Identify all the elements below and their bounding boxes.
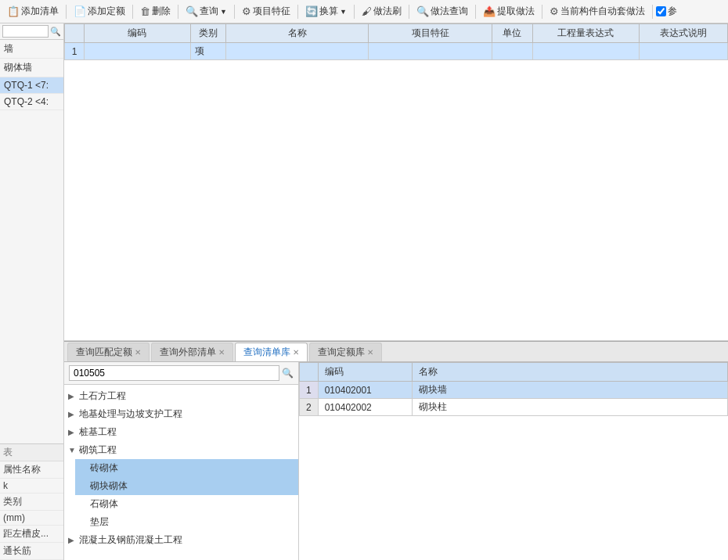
result-row-2[interactable]: 2 010402002 砌块柱 [300,399,728,416]
props-label-table: 表 [0,444,63,461]
method-query-button[interactable]: 🔍 做法查询 [413,3,472,20]
props-item-long-bar: 通长筋 [0,543,63,560]
tree-panel: 🔍 ▶ 土石方工程 ▶ 地基处理与边坡支护工程 [64,362,299,560]
result-panel: 编码 名称 1 [299,362,728,560]
tab-external-list-close[interactable]: ✕ [218,348,225,357]
sidebar-item-wall[interactable]: 墙 [0,40,63,59]
row-expl-1[interactable] [639,43,727,60]
expand-masonry-icon[interactable]: ▼ [68,446,77,454]
expand-pile-icon[interactable]: ▶ [68,428,77,436]
result-table: 编码 名称 1 [299,362,728,416]
add-list-button[interactable]: 📋 添加清单 [3,3,63,20]
col-header-num [65,24,85,43]
calc-button[interactable]: 🔄 换算 ▼ [301,3,351,20]
props-item-dist: 距左槽皮... [0,526,63,543]
col-header-unit: 单位 [492,24,532,43]
tab-query-quota[interactable]: 查询定额库 ✕ [309,343,382,361]
result-col-num [300,363,319,382]
sep-5 [297,5,298,19]
result-name-1: 砌块墙 [412,382,727,399]
tab-query-quota-close[interactable]: ✕ [367,348,373,357]
sidebar-search-icon[interactable]: 🔍 [50,27,61,37]
tree-node-block-body[interactable]: ▶ 砌块砌体 [75,477,298,495]
main-table: 编码 类别 名称 项目特征 单位 [64,23,728,60]
query-icon: 🔍 [186,5,198,17]
expand-foundation-icon[interactable]: ▶ [68,410,77,418]
tree-node-masonry[interactable]: ▼ 砌筑工程 [64,441,298,459]
col-header-type: 类别 [191,24,226,43]
add-amount-button[interactable]: 📄 添加定额 [70,3,129,20]
param-checkbox[interactable] [656,6,666,16]
tab-query-list-close[interactable]: ✕ [293,348,299,357]
add-amount-icon: 📄 [74,5,86,17]
tab-match-quota[interactable]: 查询匹配定额 ✕ [67,343,150,361]
props-item-mm: (mm) [0,511,63,526]
col-header-code: 编码 [84,24,190,43]
add-list-icon: 📋 [7,5,20,17]
content-area: 编码 类别 名称 项目特征 单位 [64,23,728,560]
delete-icon: 🗑 [140,5,150,17]
props-item-attr-name: 属性名称 [0,461,63,479]
table-row[interactable]: 1 项 [65,43,728,60]
result-code-1: 010402001 [318,382,412,399]
tab-bar: 查询匹配定额 ✕ 查询外部清单 ✕ 查询清单库 ✕ 查询定额库 ✕ [64,342,728,362]
make-method-button[interactable]: 🖌 做法刷 [358,3,405,20]
calc-icon: 🔄 [305,5,318,17]
result-row-1[interactable]: 1 010402001 砌块墙 [300,382,728,399]
props-item-type: 类别 [0,494,63,511]
sidebar-item-qtq1[interactable]: QTQ-1 <7: [0,77,63,94]
result-code-2: 010402002 [318,399,412,416]
sidebar-item-masonry-wall[interactable]: 砌体墙 [0,59,63,77]
tab-query-list[interactable]: 查询清单库 ✕ [235,343,308,361]
col-header-expr: 工程量表达式 [532,24,639,43]
sep-7 [409,5,409,19]
col-header-feature: 项目特征 [368,24,492,43]
tree-node-foundation[interactable]: ▶ 地基处理与边坡支护工程 [64,405,298,423]
expand-earthwork-icon[interactable]: ▶ [68,392,77,400]
row-code-1[interactable] [84,43,190,60]
tree-body: ▶ 土石方工程 ▶ 地基处理与边坡支护工程 ▶ 桩基工程 [64,385,298,560]
sidebar-search-input[interactable] [2,25,49,38]
row-unit-1[interactable] [492,43,532,60]
sep-3 [178,5,178,19]
sep-9 [542,5,542,19]
tree-node-stone-body[interactable]: ▶ 石砌体 [75,495,298,513]
tab-match-quota-close[interactable]: ✕ [135,348,141,357]
sidebar-search-container: 🔍 [0,23,63,40]
result-num-1: 1 [300,382,319,399]
tree-search-input[interactable] [69,365,279,381]
row-name-1[interactable] [226,43,368,60]
props-item-k: k [0,479,63,494]
auto-set-icon: ⚙ [550,5,559,17]
sidebar-item-qtq2[interactable]: QTQ-2 <4: [0,94,63,110]
col-header-name: 名称 [226,24,368,43]
item-feature-button[interactable]: ⚙ 项目特征 [238,3,294,20]
main-layout: 🔍 墙 砌体墙 QTQ-1 <7: QTQ-2 <4: 表 属性名称 k 类别 [0,23,728,560]
tree-search-icon[interactable]: 🔍 [282,368,294,379]
bottom-content: 🔍 ▶ 土石方工程 ▶ 地基处理与边坡支护工程 [64,362,728,560]
row-type-1: 项 [191,43,226,60]
sep-10 [652,5,653,19]
left-sidebar: 🔍 墙 砌体墙 QTQ-1 <7: QTQ-2 <4: 表 属性名称 k 类别 [0,23,64,560]
make-method-icon: 🖌 [362,5,372,17]
query-arrow-icon: ▼ [220,8,227,16]
query-button[interactable]: 🔍 查询 ▼ [182,3,231,20]
tree-node-concrete[interactable]: ▶ 混凝土及钢筋混凝土工程 [64,531,298,549]
tree-node-cushion[interactable]: ▶ 垫层 [75,513,298,531]
expand-concrete-icon[interactable]: ▶ [68,536,77,544]
tab-external-list[interactable]: 查询外部清单 ✕ [151,343,233,361]
sep-6 [354,5,355,19]
extract-method-button[interactable]: 📤 提取做法 [479,3,539,20]
delete-button[interactable]: 🗑 删除 [136,3,175,20]
calc-arrow-icon: ▼ [340,8,347,16]
row-expr-1[interactable] [532,43,639,60]
col-header-expl: 表达式说明 [639,24,727,43]
row-feature-1[interactable] [368,43,492,60]
auto-set-button[interactable]: ⚙ 当前构件自动套做法 [546,3,649,20]
sep-4 [234,5,235,19]
tree-node-brick-body[interactable]: ▶ 砖砌体 [75,459,298,477]
tree-node-pile[interactable]: ▶ 桩基工程 [64,423,298,441]
tree-node-earthwork[interactable]: ▶ 土石方工程 [64,387,298,405]
result-scroll: 编码 名称 1 [299,362,728,560]
extract-method-icon: 📤 [483,5,496,17]
